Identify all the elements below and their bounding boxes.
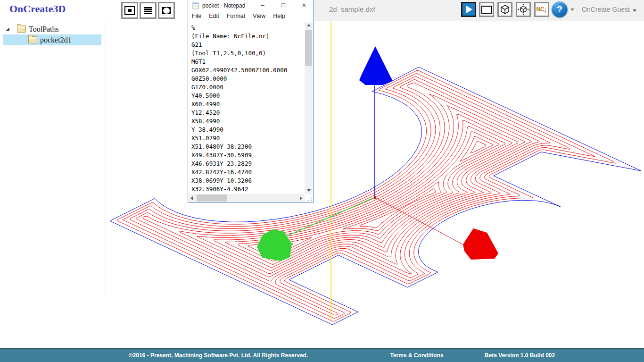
stock-outline-button[interactable] bbox=[479, 2, 494, 17]
menu-help[interactable]: Help bbox=[269, 11, 289, 19]
fit-view-icon bbox=[518, 4, 529, 15]
horizontal-scrollbar[interactable] bbox=[188, 194, 305, 202]
footer-terms-link[interactable]: Terms & Conditions bbox=[370, 352, 464, 359]
view-3d-cube-icon bbox=[500, 4, 510, 15]
tree-child-label: pocket2d1 bbox=[40, 36, 72, 44]
header-bar: OnCreate3D 2d_sample.dxf bbox=[0, 0, 644, 22]
notepad-menubar: FileEditFormatViewHelp bbox=[188, 11, 313, 22]
footer-version: Beta Version 1.0 Build 002 bbox=[471, 352, 568, 359]
scroll-left-icon[interactable] bbox=[190, 196, 193, 200]
download-arrow-icon: ↓ bbox=[544, 6, 547, 14]
menu-view[interactable]: View bbox=[249, 11, 269, 19]
stock-outline-icon bbox=[481, 6, 492, 14]
notepad-window: pocket - Notepad – □ × FileEditFormatVie… bbox=[188, 0, 314, 203]
minimize-button[interactable]: – bbox=[254, 0, 271, 11]
tree-root-label: ToolPaths bbox=[29, 25, 59, 34]
user-menu[interactable]: OnCreate Guest bbox=[582, 6, 636, 13]
gcode-text: % (File Name: NcFile.nc) G21 (Tool T1,2.… bbox=[188, 22, 305, 194]
scroll-up-icon[interactable] bbox=[307, 24, 311, 26]
menu-file[interactable]: File bbox=[188, 11, 205, 19]
tree-item-pocket2d1[interactable]: pocket2d1 bbox=[3, 34, 101, 45]
app-window: OnCreate3D 2d_sample.dxf bbox=[0, 0, 644, 362]
footer-bar: ©2016 - Present, Machining Software Pvt.… bbox=[0, 348, 644, 362]
close-button[interactable]: × bbox=[296, 0, 313, 11]
notepad-text-area[interactable]: % (File Name: NcFile.nc) G21 (Tool T1,2.… bbox=[188, 22, 305, 194]
axis-cone-x bbox=[463, 228, 498, 260]
footer-copyright: ©2016 - Present, Machining Software Pvt.… bbox=[100, 352, 336, 359]
notepad-app-icon bbox=[192, 2, 199, 9]
layers-list-button[interactable] bbox=[140, 2, 157, 19]
axis-x-line bbox=[375, 197, 463, 244]
origin-marker bbox=[374, 196, 376, 199]
scroll-down-icon[interactable] bbox=[307, 189, 311, 192]
menu-format[interactable]: Format bbox=[223, 11, 249, 19]
vertical-scrollbar[interactable] bbox=[305, 22, 313, 194]
stock-boundary-button[interactable] bbox=[121, 2, 138, 19]
folder-icon bbox=[17, 25, 26, 33]
nc-label: NC bbox=[537, 6, 544, 13]
scroll-right-icon[interactable] bbox=[300, 196, 302, 200]
layers-list-icon bbox=[144, 7, 152, 14]
toolpath-tree-panel: ToolPaths pocket2d1 bbox=[0, 22, 105, 299]
notepad-titlebar[interactable]: pocket - Notepad – □ × bbox=[188, 0, 313, 11]
horizontal-scroll-thumb[interactable] bbox=[197, 194, 227, 202]
menu-edit[interactable]: Edit bbox=[205, 11, 223, 19]
user-caret-icon bbox=[633, 9, 636, 12]
folder-icon bbox=[28, 36, 37, 43]
region-invert-button[interactable] bbox=[158, 2, 175, 19]
notepad-title: pocket - Notepad bbox=[202, 2, 245, 9]
vertical-scroll-thumb[interactable] bbox=[305, 30, 312, 66]
stock-boundary-icon bbox=[124, 6, 135, 15]
help-caret-icon[interactable] bbox=[570, 8, 574, 11]
fit-view-button[interactable] bbox=[516, 2, 531, 17]
document-tab[interactable]: 2d_sample.dxf bbox=[329, 5, 375, 13]
app-logo: OnCreate3D bbox=[9, 3, 66, 15]
nc-export-button[interactable]: NC↓ bbox=[534, 2, 549, 17]
help-icon: ? bbox=[557, 4, 562, 15]
tree-item-toolpaths[interactable]: ToolPaths bbox=[0, 24, 105, 34]
axis-cone-z bbox=[359, 46, 393, 85]
user-menu-label: OnCreate Guest bbox=[582, 6, 630, 13]
expander-icon[interactable] bbox=[6, 27, 9, 31]
region-invert-icon bbox=[162, 7, 171, 14]
help-button[interactable]: ? bbox=[552, 1, 568, 17]
simulate-play-button[interactable] bbox=[461, 2, 476, 17]
play-icon bbox=[466, 6, 472, 13]
view-3d-button[interactable] bbox=[497, 2, 512, 17]
maximize-button[interactable]: □ bbox=[275, 0, 292, 11]
